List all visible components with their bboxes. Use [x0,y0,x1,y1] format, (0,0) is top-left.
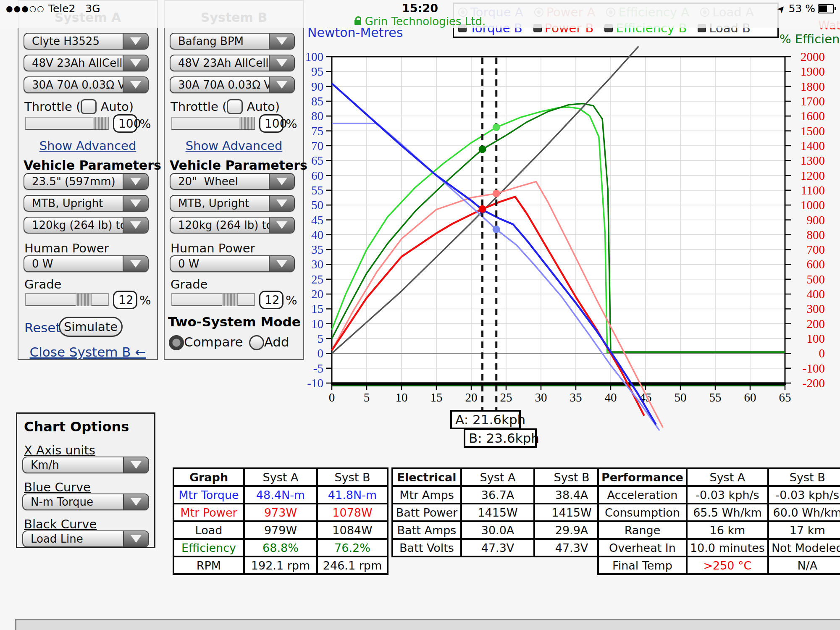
human-power-select[interactable]: 0 W [170,255,295,272]
left-axis-tick-label: 80 [311,109,323,123]
table-cell: 973W [244,504,317,521]
throttle-slider-thumb[interactable] [239,117,255,129]
left-axis-tick-label: 50 [311,198,323,212]
throttle-auto-checkbox[interactable] [81,99,97,114]
reset-link[interactable]: Reset [24,320,61,335]
efficiency-a-dot [479,145,486,153]
riding-position-select[interactable]: MTB, Upright [24,195,149,212]
header-cell: Graph [173,468,244,486]
header-cell: Syst B [317,468,388,486]
x-axis-tick-label: 10 [396,391,408,404]
table-cell: 68.8% [244,539,317,556]
table-header-row: GraphSyst ASyst B [173,468,388,486]
chevron-down-icon [123,218,148,233]
table-cell: 30.0A [461,521,534,539]
left-axis-tick-label: 55 [311,184,323,197]
right-axis-tick-label: 300 [807,302,825,315]
table-row: Efficiency68.8%76.2% [173,539,388,556]
throttle-slider[interactable] [171,117,255,130]
site-title: Grin Technologies Ltd. [365,15,486,28]
table-cell: 65.5 Wh/km [687,504,768,521]
mode-add[interactable]: Add [249,334,289,349]
motor-select[interactable]: Clyte H3525 [24,33,149,50]
throttle-label: Throttle ( [24,100,81,114]
x-axis-tick-label: 65 [779,391,791,404]
x-axis-tick-label: 0 [329,391,335,404]
marker-b-label: B: 23.6kph [464,428,537,448]
table-cell: Efficiency [173,539,244,556]
throttle-slider-thumb[interactable] [93,117,109,129]
chevron-down-icon [123,531,148,546]
right-axis-tick-label: 1700 [801,94,825,108]
right-axis-tick-label: 100 [807,332,825,345]
right-axis-tick-label: 1500 [801,124,825,138]
two-system-mode-row: CompareAdd [169,334,295,350]
throttle-value-input[interactable]: 100 [259,114,284,133]
controller-select[interactable]: 30A 70A 0.03Ω V cu [170,76,295,93]
throttle-row: Throttle ( Auto) [24,99,134,114]
close-system-b-link[interactable]: Close System B ← [30,344,146,360]
table-cell: -0.03 kph/s [687,486,768,504]
chevron-down-icon [123,457,148,472]
table-header-row: PerformanceSyst ASyst B [598,468,840,486]
wheel-select[interactable]: 20" Wheel [170,173,295,190]
marker-a-label: A: 21.6kph [450,410,521,429]
table-cell: Range [598,521,687,539]
throttle-auto-checkbox[interactable] [227,99,243,114]
blue-curve-select[interactable]: N-m Torque [22,494,149,510]
controller-select[interactable]: 30A 70A 0.03Ω V cu [24,76,149,93]
human-power-select[interactable]: 0 W [24,255,149,272]
motor-select[interactable]: Bafang BPM [170,33,295,50]
table-cell: 246.1 rpm [317,556,388,574]
simulation-chart[interactable]: 1009590858075706560555045403530252015105… [294,34,840,454]
clock: 15:20 [0,2,840,15]
black-curve-select[interactable]: Load Line [22,530,149,547]
simulate-button[interactable]: Simulate [59,317,123,337]
mode-compare[interactable]: Compare [169,334,243,349]
throttle-row: Throttle ( Auto) [171,99,280,114]
battery-select[interactable]: 48V 23Ah AllCell [24,55,149,71]
grade-slider[interactable] [25,293,109,306]
left-axis-tick-label: 15 [311,302,323,315]
x-axis-tick-label: 35 [570,391,582,404]
vehicle-parameters-title: Vehicle Parameters [170,158,307,173]
total-weight-select[interactable]: 120kg (264 lb) tot. w [24,217,149,234]
performance-table: PerformanceSyst ASyst BAcceleration-0.03… [597,467,840,575]
x-axis-tick-label: 60 [744,391,756,404]
chart-options-panel: Chart Options X Axis unitsKm/hBlue Curve… [16,412,155,548]
show-advanced-link[interactable]: Show Advanced [186,139,283,153]
right-axis-tick-label: 500 [807,273,825,286]
right-axis-tick-label: 700 [807,243,825,256]
black-curve-label: Black Curve [24,517,97,531]
riding-position-select[interactable]: MTB, Upright [170,195,295,212]
show-advanced-link[interactable]: Show Advanced [39,139,136,153]
chevron-down-icon [123,77,148,92]
battery-select[interactable]: 48V 23Ah AllCell [170,55,295,71]
radio-icon[interactable] [249,335,264,350]
total-weight-select[interactable]: 120kg (264 lb) tot. w [170,217,295,234]
left-axis-tick-label: 30 [311,257,323,271]
wheel-select[interactable]: 23.5" (597mm) Whe [24,173,149,190]
grade-slider-thumb[interactable] [222,294,238,306]
table-cell: 41.8N-m [317,486,388,504]
right-axis-tick-label: -200 [803,376,825,390]
grade-slider-thumb[interactable] [76,294,92,306]
table-cell: Mtr Power [173,504,244,521]
radio-icon[interactable] [169,335,184,350]
table-cell: N/A [768,556,840,574]
grade-slider[interactable] [171,293,255,306]
header-cell: Performance [598,468,687,486]
grade-value-input[interactable]: 12 [113,291,137,309]
grade-value-input[interactable]: 12 [259,291,284,309]
x-axis-units-select[interactable]: Km/h [22,457,149,473]
throttle-value-input[interactable]: 100 [113,114,137,133]
table-row: Mtr Torque48.4N-m41.8N-m [173,486,388,504]
left-axis-tick-label: -10 [307,376,323,390]
throttle-slider[interactable] [25,117,109,130]
header-cell: Electrical [392,468,461,486]
left-axis-tick-label: 35 [311,243,323,256]
table-cell: Mtr Amps [392,486,461,504]
table-header-row: ElectricalSyst ASyst B [392,468,609,486]
table-cell: 60.0 Wh/km [768,504,840,521]
chevron-down-icon [269,256,294,271]
